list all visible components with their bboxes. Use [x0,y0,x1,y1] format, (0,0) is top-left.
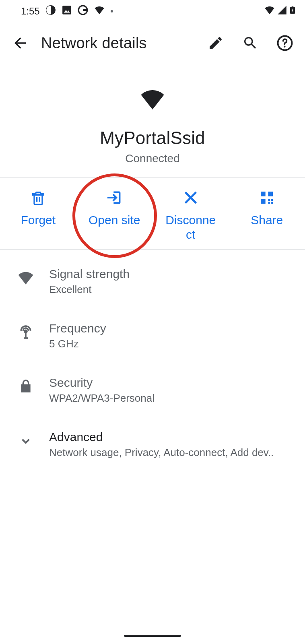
svg-rect-1 [62,6,71,14]
signal-strength-label: Signal strength [49,267,295,281]
status-right [264,4,296,18]
detail-list: Signal strength Excellent Frequency 5 GH… [0,250,305,472]
svg-rect-15 [268,202,270,204]
network-header: MyPortalSsid Connected [0,64,305,177]
cell-signal-icon [277,5,287,18]
svg-point-7 [284,45,286,47]
back-button[interactable] [6,29,34,57]
forget-button[interactable]: Forget [0,185,76,242]
login-icon [106,190,122,207]
svg-rect-11 [268,192,273,196]
status-left: 1:55 [21,4,113,18]
wifi-status-icon [264,4,275,18]
share-label: Share [251,213,283,227]
notification-dot-icon [111,10,113,12]
network-status: Connected [125,152,179,165]
lock-icon [10,376,42,394]
wifi-small-icon [94,4,105,18]
trash-icon [30,190,46,207]
frequency-item[interactable]: Frequency 5 GHz [0,309,305,363]
help-button[interactable] [271,29,299,57]
app-bar: Network details [0,23,305,64]
network-ssid: MyPortalSsid [100,128,205,148]
advanced-value: Network usage, Privacy, Auto-connect, Ad… [49,446,282,459]
security-item[interactable]: Security WPA2/WPA3-Personal [0,363,305,417]
clock: 1:55 [21,6,40,17]
photos-icon [62,5,72,18]
frequency-label: Frequency [49,322,295,335]
share-button[interactable]: Share [229,185,305,242]
edit-button[interactable] [202,29,229,57]
antenna-icon [10,322,42,340]
battery-charging-icon [289,4,296,18]
svg-rect-5 [292,6,294,7]
svg-rect-13 [268,199,270,201]
status-bar: 1:55 [0,0,305,23]
signal-strength-item[interactable]: Signal strength Excellent [0,254,305,309]
advanced-item[interactable]: Advanced Network usage, Privacy, Auto-co… [0,417,305,472]
svg-rect-3 [83,9,87,11]
svg-rect-10 [261,192,266,196]
qr-code-icon [259,190,275,207]
svg-rect-16 [271,202,273,204]
advanced-label: Advanced [49,430,295,444]
disconnect-button[interactable]: Disconnect [152,185,229,242]
disconnect-label: Disconnect [163,213,219,242]
page-title: Network details [41,35,202,52]
frequency-value: 5 GHz [49,338,295,350]
svg-point-17 [25,330,27,332]
action-row: Forget Open site Disconnect Share [0,177,305,250]
svg-rect-14 [271,199,273,201]
close-icon [183,190,199,207]
wifi-signal-icon [10,267,42,286]
security-value: WPA2/WPA3-Personal [49,392,295,405]
open-site-button[interactable]: Open site [76,185,153,242]
wifi-icon [139,89,166,111]
nav-handle[interactable] [124,635,181,637]
dnd-icon [45,5,56,18]
chevron-down-icon [10,430,42,449]
security-label: Security [49,376,295,390]
open-site-label: Open site [89,213,140,227]
google-icon [78,5,88,18]
search-button[interactable] [237,29,264,57]
svg-rect-12 [261,199,266,204]
forget-label: Forget [21,213,56,227]
signal-strength-value: Excellent [49,283,295,296]
